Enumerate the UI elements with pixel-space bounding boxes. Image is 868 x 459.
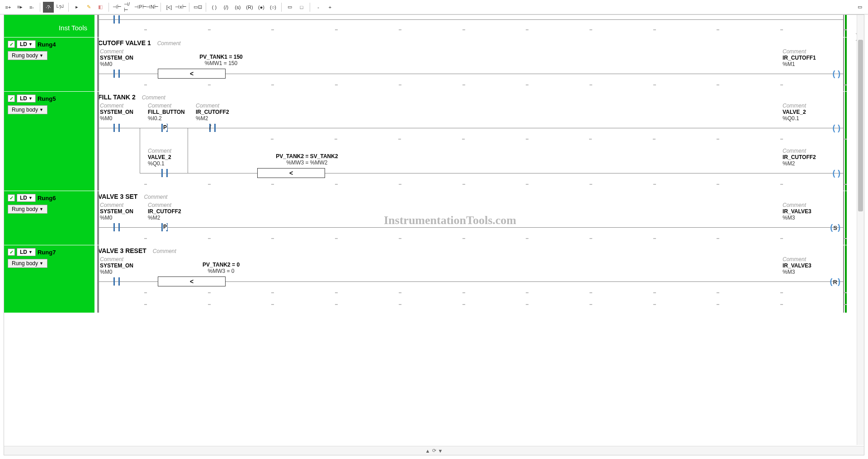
tb-minus-icon[interactable]: -	[313, 2, 324, 13]
tb-plus-icon[interactable]: +	[325, 2, 335, 13]
tb-branch-icon[interactable]: └?┘	[55, 2, 66, 13]
tb-list-minus-icon[interactable]: ≡-	[26, 2, 37, 13]
tb-coil-n-icon[interactable]: (○)	[268, 2, 278, 13]
tb-contact-n-icon[interactable]: ⊣N⊢	[147, 2, 158, 13]
toolbar: ≡+ ≡▸ ≡- ·?· └?┘ ▸ ✎ ◧ ⊣⊢ ⊣/⊢ ⊣P⊢ ⊣N⊢ [<…	[0, 0, 868, 14]
tb-coil-icon[interactable]: ( )	[209, 2, 220, 13]
tb-list-add-icon[interactable]: ≡+	[3, 2, 14, 13]
tb-maximize-icon[interactable]: ▭	[854, 2, 865, 13]
tb-coil-neg-icon[interactable]: (/)	[221, 2, 231, 13]
tb-fb-block-icon[interactable]: □	[296, 2, 307, 13]
tb-coil-r-icon[interactable]: (R)	[244, 2, 255, 13]
tb-compare-icon[interactable]: [<]	[164, 2, 175, 13]
tb-op-block-icon[interactable]: ▭	[284, 2, 295, 13]
tb-list-right-icon[interactable]: ≡▸	[14, 2, 25, 13]
tb-contact-no-icon[interactable]: ⊣⊢	[112, 2, 123, 13]
tb-block-icon[interactable]: ▭⊡	[192, 2, 203, 13]
tb-contact-p-icon[interactable]: ⊣P⊢	[135, 2, 146, 13]
tb-eraser-icon[interactable]: ◧	[95, 2, 106, 13]
tb-coil-s-icon[interactable]: (s)	[232, 2, 243, 13]
tb-pencil-icon[interactable]: ✎	[83, 2, 94, 13]
tb-contact-nc-icon[interactable]: ⊣/⊢	[123, 2, 134, 13]
tb-coil-p-icon[interactable]: (●)	[256, 2, 267, 13]
tb-pointer-icon[interactable]: ▸	[71, 2, 82, 13]
tb-comment-dark-icon[interactable]: ·?·	[43, 2, 54, 13]
tb-compare-xl-icon[interactable]: ⊣x⊢	[175, 2, 186, 13]
